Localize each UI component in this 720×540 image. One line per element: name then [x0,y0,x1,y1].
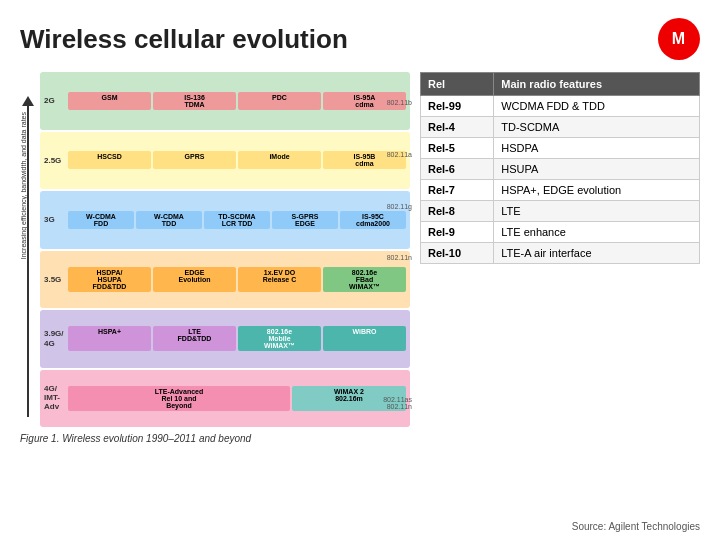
header: Wireless cellular evolution M [20,18,700,60]
table-row-5: Rel-8LTE [421,201,700,222]
table-row-0: Rel-99WCDMA FDD & TDD [421,96,700,117]
motorola-logo: M [658,18,700,60]
gen-label-39g: 3.9G/4G [44,329,66,348]
table-cell-rel-4: Rel-7 [421,180,494,201]
table-row-2: Rel-5HSDPA [421,138,700,159]
band-row-2g: 2G GSM IS-136TDMA PDC IS-95Acdma [40,72,410,130]
figure-caption: Figure 1. Wireless evolution 1990–2011 a… [20,433,410,444]
efficiency-arrow-container: Increasing efficiency, bandwidth, and da… [20,72,38,427]
cell-lte-fdd-tdd: LTEFDD&TDD [153,326,236,351]
cell-wcdma-fdd: W-CDMAFDD [68,211,134,229]
gen-label-3g: 3G [44,215,66,224]
table-cell-rel-7: Rel-10 [421,243,494,264]
table-cell-features-7: LTE-A air interface [494,243,700,264]
cell-imode: iMode [238,151,321,169]
table-row-7: Rel-10LTE-A air interface [421,243,700,264]
cell-cdma2000: IS-95Ccdma2000 [340,211,406,229]
band-row-4g: 4G/IMT-Adv LTE-AdvancedRel 10 andBeyond … [40,370,410,428]
cell-edge-evo: EDGEEvolution [153,267,236,292]
arrow-line [27,102,29,417]
gen-label-25g: 2.5G [44,156,66,165]
main-content: Increasing efficiency, bandwidth, and da… [20,72,700,444]
cell-wcdma-tdd: W-CDMATDD [136,211,202,229]
cell-sgprs: S-GPRSEDGE [272,211,338,229]
cell-wimax-35g: 802.16eFBadWiMAX™ [323,267,406,292]
table-cell-features-4: HSPA+, EDGE evolution [494,180,700,201]
cell-hsdpa-hsupa: HSDPA/HSUPAFDD&TDD [68,267,151,292]
col-rel-header: Rel [421,73,494,96]
diagram-area: Increasing efficiency, bandwidth, and da… [20,72,410,444]
table-cell-features-0: WCDMA FDD & TDD [494,96,700,117]
cell-pdc: PDC [238,92,321,110]
gen-label-2g: 2G [44,96,66,105]
table-row-4: Rel-7HSPA+, EDGE evolution [421,180,700,201]
band-row-39g: 3.9G/4G HSPA+ LTEFDD&TDD 802.16eMobileWi… [40,310,410,368]
cell-wibro: WiBRO [323,326,406,351]
band-row-35g: 3.5G HSDPA/HSUPAFDD&TDD EDGEEvolution 1x… [40,251,410,309]
table-cell-features-1: TD-SCDMA [494,117,700,138]
cell-is95b: IS-95Bcdma [323,151,406,169]
table-area: Rel Main radio features Rel-99WCDMA FDD … [420,72,700,444]
cell-tdscdma: TD-SCDMALCR TDD [204,211,270,229]
band-row-25g: 2.5G HSCSD GPRS iMode IS-95Bcdma [40,132,410,190]
gen-label-4g: 4G/IMT-Adv [44,385,66,411]
page-title: Wireless cellular evolution [20,24,348,55]
table-cell-features-3: HSUPA [494,159,700,180]
source-note: Source: Agilent Technologies [572,521,700,532]
table-cell-features-2: HSDPA [494,138,700,159]
table-cell-rel-5: Rel-8 [421,201,494,222]
cell-gprs: GPRS [153,151,236,169]
cell-1xev: 1x.EV DORelease C [238,267,321,292]
cell-gsm: GSM [68,92,151,110]
cell-lte-advanced: LTE-AdvancedRel 10 andBeyond [68,386,290,411]
band-row-3g: 3G W-CDMAFDD W-CDMATDD TD-SCDMALCR TDD S… [40,191,410,249]
page-container: Wireless cellular evolution M Increasing… [0,0,720,540]
cell-is95a: IS-95Acdma [323,92,406,110]
table-cell-features-5: LTE [494,201,700,222]
bands-container: 2G GSM IS-136TDMA PDC IS-95Acdma 2.5G HS… [40,72,410,427]
table-cell-rel-1: Rel-4 [421,117,494,138]
rel-table: Rel Main radio features Rel-99WCDMA FDD … [420,72,700,264]
cell-hscsd: HSCSD [68,151,151,169]
cell-mobile-wimax: 802.16eMobileWiMAX™ [238,326,321,351]
cell-wimax2: WiMAX 2802.16m [292,386,406,411]
col-features-header: Main radio features [494,73,700,96]
logo-text: M [672,30,686,48]
table-cell-rel-2: Rel-5 [421,138,494,159]
arrow-tip [22,96,34,106]
cell-is136: IS-136TDMA [153,92,236,110]
table-cell-features-6: LTE enhance [494,222,700,243]
table-cell-rel-6: Rel-9 [421,222,494,243]
cell-hspa-plus: HSPA+ [68,326,151,351]
table-row-1: Rel-4TD-SCDMA [421,117,700,138]
gen-label-35g: 3.5G [44,275,66,284]
table-cell-rel-3: Rel-6 [421,159,494,180]
table-row-3: Rel-6HSUPA [421,159,700,180]
table-row-6: Rel-9LTE enhance [421,222,700,243]
table-cell-rel-0: Rel-99 [421,96,494,117]
